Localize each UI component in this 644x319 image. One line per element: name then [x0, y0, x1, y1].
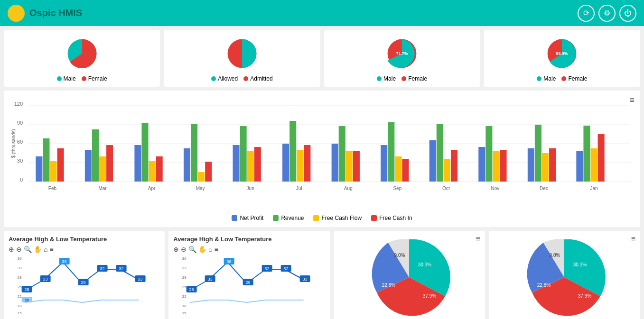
magnify-icon-2[interactable]: 🔍: [188, 246, 196, 253]
free-cash-flow-label: Free Cash Flow: [321, 215, 362, 221]
menu-icon-1[interactable]: ≡: [49, 246, 53, 253]
svg-rect-63: [485, 126, 492, 182]
svg-text:120: 120: [14, 101, 23, 107]
free-cash-flow-dot: [313, 215, 319, 221]
svg-rect-65: [500, 150, 506, 182]
svg-rect-30: [156, 156, 163, 182]
chart-card-3: 71.7% Male Female: [324, 30, 480, 87]
svg-text:28: 28: [25, 298, 29, 302]
svg-rect-53: [388, 122, 394, 182]
magnify-icon-1[interactable]: 🔍: [24, 246, 32, 253]
svg-text:32: 32: [284, 266, 289, 271]
svg-rect-55: [402, 159, 409, 182]
male-label-4: Male: [543, 75, 556, 82]
svg-rect-33: [191, 124, 197, 182]
zoom-out-icon-1[interactable]: ⊖: [16, 246, 22, 253]
admitted-dot: [243, 76, 248, 81]
svg-text:29: 29: [246, 280, 251, 285]
svg-text:18: 18: [18, 304, 22, 308]
pie-chart-1: [54, 35, 111, 73]
line-chart-controls-1: ⊕ ⊖ 🔍 ✋ ⌂ ≡: [9, 246, 160, 253]
svg-text:32: 32: [265, 266, 270, 271]
legend-male: Male: [57, 75, 76, 82]
svg-text:33: 33: [182, 266, 187, 270]
menu-icon-2[interactable]: ≡: [215, 246, 218, 253]
svg-rect-40: [254, 147, 261, 182]
zoom-in-icon-1[interactable]: ⊕: [9, 246, 14, 253]
pan-icon-1[interactable]: ✋: [34, 246, 42, 253]
svg-text:29: 29: [81, 280, 86, 285]
svg-rect-64: [493, 151, 499, 182]
svg-text:Feb: Feb: [48, 186, 57, 191]
male-dot-3: [377, 76, 382, 81]
svg-rect-44: [297, 150, 303, 182]
svg-text:32: 32: [100, 266, 105, 271]
svg-text:Oct: Oct: [442, 186, 450, 191]
chart-card-4: 55.0% Male Female: [484, 30, 640, 87]
svg-rect-69: [542, 153, 549, 182]
app-logo: [8, 5, 25, 22]
zoom-out-icon-2[interactable]: ⊖: [181, 246, 187, 253]
main-content: Male Female: [0, 26, 644, 319]
svg-text:25: 25: [182, 285, 187, 289]
power-button[interactable]: ⏻: [619, 5, 636, 22]
zoom-in-icon-2[interactable]: ⊕: [173, 246, 179, 253]
svg-text:Aug: Aug: [344, 186, 353, 191]
svg-rect-52: [381, 145, 387, 182]
svg-rect-42: [282, 144, 289, 182]
legend-revenue: Revenue: [273, 215, 304, 221]
svg-rect-38: [240, 126, 247, 182]
svg-rect-23: [92, 129, 99, 182]
refresh-button[interactable]: ⟳: [578, 5, 595, 22]
app-title: Ospic HMIS: [29, 8, 82, 18]
pan-icon-2[interactable]: ✋: [198, 246, 206, 253]
bar-chart-menu-icon[interactable]: ≡: [629, 95, 635, 105]
svg-rect-22: [85, 150, 92, 182]
legend-male-4: Male: [537, 75, 556, 82]
bottom-pie-svg-2: 30.3% 37.9% 22.8% 9.0%: [517, 232, 612, 319]
legend-net-profit: Net Profit: [232, 215, 263, 221]
revenue-dot: [273, 215, 279, 221]
temp-chart-1-title: Average High & Low Temperature: [9, 236, 160, 243]
top-charts-row: Male Female: [4, 30, 640, 87]
svg-rect-74: [591, 148, 597, 182]
svg-text:37.9%: 37.9%: [423, 293, 436, 299]
svg-rect-28: [141, 123, 148, 182]
svg-text:90: 90: [17, 120, 23, 126]
home-icon-2[interactable]: ⌂: [208, 246, 212, 253]
bottom-pie-2-menu[interactable]: ≡: [631, 235, 635, 243]
free-cash-in-label: Free Cash In: [379, 215, 412, 221]
pie-chart-2: [214, 35, 271, 73]
svg-rect-17: [36, 156, 42, 182]
svg-text:22: 22: [18, 294, 22, 299]
svg-rect-45: [304, 145, 310, 182]
free-cash-in-dot: [371, 215, 377, 221]
svg-rect-43: [289, 121, 296, 182]
home-icon-1[interactable]: ⌂: [44, 246, 47, 253]
settings-button[interactable]: ⚙: [598, 5, 616, 22]
male-dot: [57, 76, 62, 81]
svg-rect-35: [205, 162, 212, 182]
temp-chart-card-1: Average High & Low Temperature ⊕ ⊖ 🔍 ✋ ⌂…: [4, 231, 165, 319]
svg-text:Jan: Jan: [590, 186, 597, 191]
svg-text:9.0%: 9.0%: [394, 253, 405, 258]
svg-rect-62: [478, 147, 485, 182]
legend-female: Female: [82, 75, 107, 82]
svg-text:71.7%: 71.7%: [396, 51, 408, 56]
female-label-4: Female: [568, 75, 587, 82]
legend-allowed: Allowed: [211, 75, 238, 82]
svg-rect-39: [247, 151, 254, 182]
svg-text:30.3%: 30.3%: [418, 262, 431, 267]
svg-rect-34: [198, 172, 205, 182]
svg-rect-49: [346, 151, 353, 182]
chart-2-legend: Allowed Admitted: [211, 75, 272, 82]
svg-text:33: 33: [303, 277, 308, 282]
svg-rect-59: [444, 159, 450, 182]
svg-text:15: 15: [18, 311, 22, 315]
svg-text:Dec: Dec: [540, 186, 548, 191]
svg-rect-57: [429, 140, 436, 182]
svg-text:$ (thousands): $ (thousands): [11, 129, 16, 158]
bottom-pie-svg-1: 30.3% 37.9% 22.8% 9.0%: [355, 232, 464, 319]
bottom-pie-1-menu[interactable]: ≡: [476, 235, 480, 243]
svg-text:30.3%: 30.3%: [573, 262, 587, 267]
